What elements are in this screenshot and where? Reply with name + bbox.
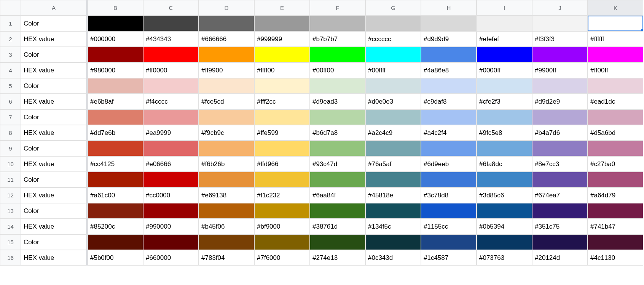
hex-value[interactable]: #5b0f00 bbox=[88, 250, 143, 266]
color-swatch[interactable] bbox=[254, 141, 310, 156]
column-header-B[interactable]: B bbox=[88, 0, 143, 16]
color-swatch[interactable] bbox=[88, 47, 143, 62]
color-swatch[interactable] bbox=[421, 203, 477, 219]
hex-value[interactable]: #274e13 bbox=[310, 250, 365, 266]
color-swatch[interactable] bbox=[421, 47, 477, 62]
hex-value[interactable]: #0b5394 bbox=[477, 219, 532, 234]
color-swatch[interactable] bbox=[421, 109, 477, 125]
hex-value[interactable]: #ff0000 bbox=[143, 62, 199, 78]
row-header-8[interactable]: 8 bbox=[0, 125, 21, 141]
color-swatch[interactable] bbox=[532, 78, 588, 94]
hex-value[interactable]: #783f04 bbox=[199, 250, 254, 266]
hex-value[interactable]: #20124d bbox=[532, 250, 588, 266]
hex-value[interactable]: #ffe599 bbox=[254, 125, 310, 141]
row-header-16[interactable]: 16 bbox=[0, 250, 21, 266]
hex-value[interactable]: #cc0000 bbox=[143, 187, 199, 203]
hex-value[interactable]: #d9d2e9 bbox=[532, 94, 588, 109]
hex-value[interactable]: #f6b26b bbox=[199, 156, 254, 172]
hex-value[interactable]: #a2c4c9 bbox=[365, 125, 421, 141]
color-swatch[interactable] bbox=[421, 234, 477, 250]
color-swatch[interactable] bbox=[310, 172, 365, 187]
hex-value[interactable]: #4a86e8 bbox=[421, 62, 477, 78]
color-swatch[interactable] bbox=[143, 172, 199, 187]
hex-value[interactable]: #b7b7b7 bbox=[310, 31, 365, 47]
color-swatch[interactable] bbox=[254, 203, 310, 219]
hex-value[interactable]: #3c78d8 bbox=[421, 187, 477, 203]
color-swatch[interactable] bbox=[310, 141, 365, 156]
hex-value[interactable]: #4c1130 bbox=[588, 250, 643, 266]
hex-value[interactable]: #1155cc bbox=[421, 219, 477, 234]
hex-value[interactable]: #3d85c6 bbox=[477, 187, 532, 203]
hex-value[interactable]: #38761d bbox=[310, 219, 365, 234]
column-header-G[interactable]: G bbox=[365, 0, 421, 16]
color-swatch[interactable] bbox=[143, 78, 199, 94]
color-swatch[interactable] bbox=[477, 16, 532, 31]
color-swatch[interactable] bbox=[199, 78, 254, 94]
color-swatch[interactable] bbox=[88, 203, 143, 219]
row-header-13[interactable]: 13 bbox=[0, 203, 21, 219]
column-header-I[interactable]: I bbox=[477, 0, 532, 16]
hex-value[interactable]: #a4c2f4 bbox=[421, 125, 477, 141]
color-swatch[interactable] bbox=[588, 47, 643, 62]
hex-value[interactable]: #6fa8dc bbox=[477, 156, 532, 172]
hex-value[interactable]: #741b47 bbox=[588, 219, 643, 234]
hex-value[interactable]: #fce5cd bbox=[199, 94, 254, 109]
color-swatch[interactable] bbox=[88, 172, 143, 187]
color-swatch[interactable] bbox=[88, 16, 143, 31]
hex-value[interactable]: #d9d9d9 bbox=[421, 31, 477, 47]
color-swatch[interactable] bbox=[199, 141, 254, 156]
color-swatch[interactable] bbox=[421, 78, 477, 94]
color-swatch[interactable] bbox=[365, 47, 421, 62]
color-swatch[interactable] bbox=[310, 16, 365, 31]
spreadsheet-grid[interactable]: ABCDEFGHIJK1Color2HEX value#000000#43434… bbox=[0, 0, 644, 266]
hex-value[interactable]: #f4cccc bbox=[143, 94, 199, 109]
color-swatch[interactable] bbox=[477, 47, 532, 62]
color-swatch[interactable] bbox=[88, 141, 143, 156]
hex-value[interactable]: #d5a6bd bbox=[588, 125, 643, 141]
color-swatch[interactable] bbox=[532, 234, 588, 250]
hex-value[interactable]: #76a5af bbox=[365, 156, 421, 172]
color-swatch[interactable] bbox=[421, 141, 477, 156]
hex-value[interactable]: #434343 bbox=[143, 31, 199, 47]
color-swatch[interactable] bbox=[365, 109, 421, 125]
color-swatch[interactable] bbox=[199, 234, 254, 250]
color-swatch[interactable] bbox=[588, 172, 643, 187]
color-swatch[interactable] bbox=[143, 109, 199, 125]
hex-value[interactable]: #c27ba0 bbox=[588, 156, 643, 172]
color-swatch[interactable] bbox=[588, 203, 643, 219]
hex-value[interactable]: #b6d7a8 bbox=[310, 125, 365, 141]
hex-value[interactable]: #cc4125 bbox=[88, 156, 143, 172]
column-header-D[interactable]: D bbox=[199, 0, 254, 16]
color-swatch[interactable] bbox=[143, 234, 199, 250]
color-swatch[interactable] bbox=[310, 78, 365, 94]
hex-value[interactable]: #990000 bbox=[143, 219, 199, 234]
hex-value[interactable]: #ff00ff bbox=[588, 62, 643, 78]
color-swatch[interactable] bbox=[588, 234, 643, 250]
hex-value[interactable]: #ea9999 bbox=[143, 125, 199, 141]
selected-cell[interactable] bbox=[588, 16, 643, 31]
color-swatch[interactable] bbox=[310, 109, 365, 125]
color-swatch[interactable] bbox=[532, 109, 588, 125]
color-swatch[interactable] bbox=[254, 47, 310, 62]
hex-value[interactable]: #073763 bbox=[477, 250, 532, 266]
color-swatch[interactable] bbox=[588, 78, 643, 94]
hex-value[interactable]: #674ea7 bbox=[532, 187, 588, 203]
row-header-7[interactable]: 7 bbox=[0, 109, 21, 125]
hex-value[interactable]: #d0e0e3 bbox=[365, 94, 421, 109]
row-header-5[interactable]: 5 bbox=[0, 78, 21, 94]
color-swatch[interactable] bbox=[477, 141, 532, 156]
hex-value[interactable]: #bf9000 bbox=[254, 219, 310, 234]
hex-value[interactable]: #ead1dc bbox=[588, 94, 643, 109]
color-swatch[interactable] bbox=[477, 203, 532, 219]
color-swatch[interactable] bbox=[254, 16, 310, 31]
hex-value[interactable]: #dd7e6b bbox=[88, 125, 143, 141]
hex-value[interactable]: #e69138 bbox=[199, 187, 254, 203]
hex-value[interactable]: #a64d79 bbox=[588, 187, 643, 203]
hex-value[interactable]: #1c4587 bbox=[421, 250, 477, 266]
color-swatch[interactable] bbox=[254, 172, 310, 187]
color-swatch[interactable] bbox=[88, 78, 143, 94]
color-swatch[interactable] bbox=[421, 16, 477, 31]
color-swatch[interactable] bbox=[310, 203, 365, 219]
color-swatch[interactable] bbox=[365, 78, 421, 94]
column-header-H[interactable]: H bbox=[421, 0, 477, 16]
